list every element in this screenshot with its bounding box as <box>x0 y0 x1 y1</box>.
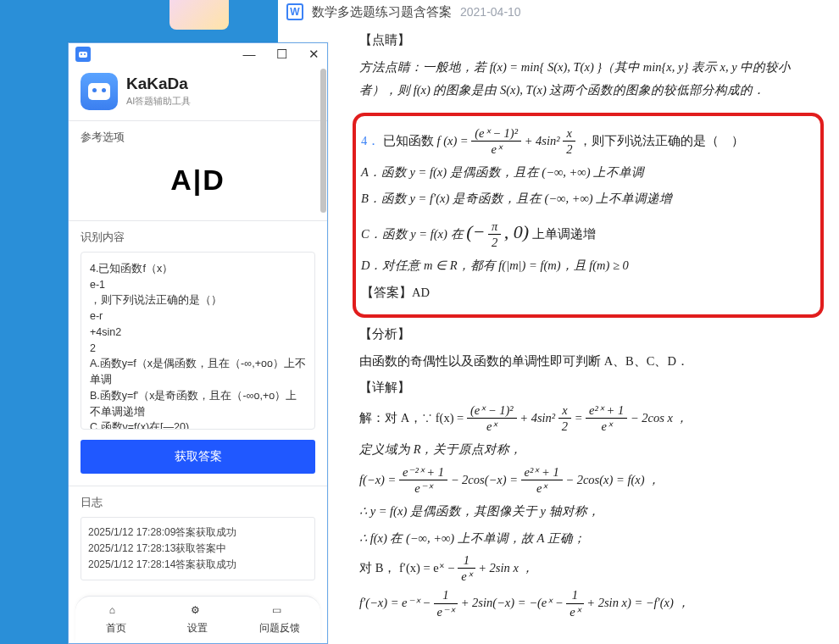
option-a: A．函数 y = f(x) 是偶函数，且在 (−∞, +∞) 上不单调 <box>361 161 805 185</box>
answer-display: A|D <box>81 152 315 212</box>
ocr-content-box: 4.已知函数f（x） e-1 ，则下列说法正确的是（） e-r +4sin2 2… <box>81 252 315 430</box>
svg-rect-0 <box>79 52 87 58</box>
sol-b-line2: f′(−x) = e⁻ˣ − 1e⁻ˣ + 2sin(−x) = −(eˣ − … <box>359 588 824 619</box>
svg-point-2 <box>84 53 86 55</box>
option-b: B．函数 y = f′(x) 是奇函数，且在 (−∞, +∞) 上不单调递增 <box>361 187 805 211</box>
section-ocr: 识别内容 4.已知函数f（x） e-1 ，则下列说法正确的是（） e-r +4s… <box>69 220 327 486</box>
section-options: 参考选项 A|D <box>69 120 327 220</box>
sol-a-line4: ∴ y = f(x) 是偶函数，其图像关于 y 轴对称， <box>359 500 824 524</box>
document-panel: W 数学多选题练习题含答案 2021-04-10 【点睛】 方法点睛：一般地，若… <box>278 0 839 644</box>
chat-icon: ▭ <box>272 604 286 619</box>
nav-settings-label: 设置 <box>187 621 208 636</box>
document-date: 2021-04-10 <box>460 5 521 19</box>
ocr-text: 4.已知函数f（x） e-1 ，则下列说法正确的是（） e-r +4sin2 2… <box>90 261 306 430</box>
option-c: C．函数 y = f(x) 在 (− π2 , 0) 上单调递增 <box>361 214 805 251</box>
close-button[interactable]: ✕ <box>307 47 320 62</box>
document-title[interactable]: 数学多选题练习题含答案 <box>312 4 452 20</box>
app-small-icon <box>75 47 91 62</box>
sol-a-line3: f(−x) = e⁻²ˣ + 1e⁻ˣ − 2cos(−x) = e²ˣ + 1… <box>359 465 824 497</box>
log-line: 2025/1/12 17:28:13获取答案中 <box>88 541 308 557</box>
app-name: KaKaDa <box>126 75 191 93</box>
fenxi-text: 由函数的奇偶性以及函数的单调性即可判断 A、B、C、D． <box>359 350 824 374</box>
section-fenxi: 【分析】 <box>359 327 410 341</box>
get-answer-button[interactable]: 获取答案 <box>81 440 315 474</box>
document-body: 【点睛】 方法点睛：一般地，若 f(x) = min{ S(x), T(x) }… <box>283 29 824 620</box>
nav-feedback-label: 问题反馈 <box>259 621 300 636</box>
scrollbar-thumb[interactable] <box>320 69 326 213</box>
app-header: KaKaDa AI答题辅助工具 <box>69 66 327 120</box>
app-subtitle: AI答题辅助工具 <box>126 95 191 108</box>
section-dianjing: 【点睛】 <box>359 33 410 47</box>
sol-a-line1: 解：对 A，∵ f(x) = (eˣ − 1)²eˣ + 4sin² x2 = … <box>359 403 824 435</box>
section-log-header: 日志 <box>81 495 315 510</box>
home-icon: ⌂ <box>109 604 124 619</box>
maximize-button[interactable]: ☐ <box>275 47 288 62</box>
log-box: 2025/1/12 17:28:09答案获取成功 2025/1/12 17:28… <box>81 517 315 581</box>
svg-point-1 <box>81 53 82 55</box>
nav-home[interactable]: ⌂ 首页 <box>75 597 157 643</box>
kakada-window: — ☐ ✕ KaKaDa AI答题辅助工具 参考选项 A|D 识别内容 4.已知… <box>68 42 328 644</box>
titlebar: — ☐ ✕ <box>69 43 327 66</box>
log-line: 2025/1/12 17:28:14答案获取成功 <box>88 557 308 573</box>
highlighted-question-box: 4． 已知函数 f (x) = (eˣ − 1)²eˣ + 4sin² x2 ，… <box>353 113 824 319</box>
nav-feedback[interactable]: ▭ 问题反馈 <box>239 597 320 643</box>
section-ocr-header: 识别内容 <box>81 230 315 245</box>
document-header: W 数学多选题练习题含答案 2021-04-10 <box>283 0 824 25</box>
background-thumbnail <box>169 0 229 30</box>
nav-settings[interactable]: ⚙ 设置 <box>157 597 238 643</box>
app-logo-icon <box>81 73 118 110</box>
question-stem: 4． 已知函数 f (x) = (eˣ − 1)²eˣ + 4sin² x2 ，… <box>361 126 805 158</box>
sol-a-line2: 定义域为 R，关于原点对称， <box>359 438 824 462</box>
sol-a-line5: ∴ f(x) 在 (−∞, +∞) 上不单调，故 A 正确； <box>359 527 824 551</box>
nav-home-label: 首页 <box>106 621 126 636</box>
sol-b-line1: 对 B， f′(x) = eˣ − 1eˣ + 2sin x ， <box>359 553 824 585</box>
word-doc-icon: W <box>286 3 303 20</box>
log-line: 2025/1/12 17:28:09答案获取成功 <box>88 525 308 541</box>
section-log: 日志 2025/1/12 17:28:09答案获取成功 2025/1/12 17… <box>69 486 327 590</box>
minimize-button[interactable]: — <box>242 47 256 62</box>
section-xiangjie: 【详解】 <box>359 380 410 394</box>
section-options-header: 参考选项 <box>81 130 315 145</box>
dianjing-text: 方法点睛：一般地，若 f(x) = min{ S(x), T(x) }（其中 m… <box>359 56 824 103</box>
option-d: D．对任意 m ∈ R，都有 f(|m|) = f(m)，且 f(m) ≥ 0 <box>361 254 805 278</box>
answer-line: 【答案】AD <box>361 281 805 305</box>
bottom-navbar: ⌂ 首页 ⚙ 设置 ▭ 问题反馈 <box>75 596 320 643</box>
gear-icon: ⚙ <box>191 604 205 619</box>
